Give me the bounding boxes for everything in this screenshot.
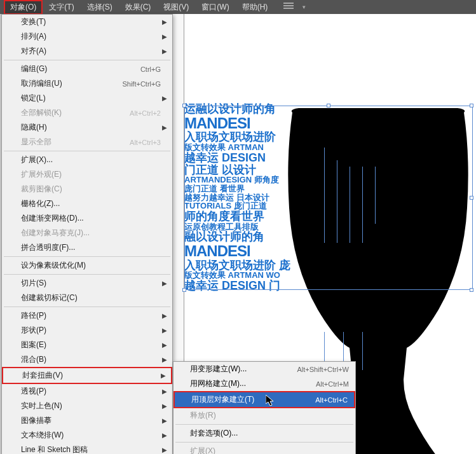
menu-window[interactable]: 窗口(W) <box>195 0 235 15</box>
menu-item[interactable]: Line 和 Sketch 图稿▶ <box>2 443 172 454</box>
submenu-arrow-icon: ▶ <box>162 432 167 439</box>
menu-view[interactable]: 视图(V) <box>157 0 195 15</box>
envelope-submenu: 用变形建立(W)...Alt+Shift+Ctrl+W用网格建立(M)...Al… <box>173 361 356 454</box>
menu-item[interactable]: 实时上色(N)▶ <box>2 399 172 413</box>
handle[interactable] <box>327 104 330 107</box>
menu-item[interactable]: 拼合透明度(F)... <box>2 240 172 255</box>
align-icon[interactable] <box>283 3 294 11</box>
menu-item[interactable]: 切片(S)▶ <box>2 276 172 291</box>
menu-item[interactable]: 路径(P)▶ <box>2 308 172 323</box>
submenu-arrow-icon: ▶ <box>162 356 167 363</box>
submenu-item[interactable]: 用网格建立(M)...Alt+Ctrl+M <box>173 376 355 391</box>
handle[interactable] <box>470 104 473 107</box>
submenu-arrow-icon: ▶ <box>162 48 167 55</box>
menu-item[interactable]: 形状(P)▶ <box>2 323 172 338</box>
chevron-down-icon[interactable]: ▼ <box>301 4 306 10</box>
submenu-item: 扩展(X) <box>173 444 355 454</box>
submenu-item[interactable]: 封套选项(O)... <box>173 426 355 441</box>
menu-select[interactable]: 选择(S) <box>81 0 119 15</box>
menubar: 对象(O) 文字(T) 选择(S) 效果(C) 视图(V) 窗口(W) 帮助(H… <box>0 0 476 14</box>
submenu-arrow-icon: ▶ <box>161 372 166 379</box>
menu-item[interactable]: 设为像素级优化(M) <box>2 258 172 273</box>
menu-item: 全部解锁(K)Alt+Ctrl+2 <box>2 106 172 120</box>
menu-object[interactable]: 对象(O) <box>4 0 43 15</box>
submenu-arrow-icon: ▶ <box>162 280 167 287</box>
submenu-arrow-icon: ▶ <box>162 18 167 25</box>
menu-item[interactable]: 图案(E)▶ <box>2 338 172 352</box>
menu-item[interactable]: 编组(G)Ctrl+G <box>2 62 172 76</box>
menu-item[interactable]: 栅格化(Z)... <box>2 196 172 211</box>
submenu-item: 释放(R) <box>173 408 355 423</box>
submenu-arrow-icon: ▶ <box>162 95 167 102</box>
menu-item[interactable]: 文本绕排(W)▶ <box>2 428 172 443</box>
handle[interactable] <box>182 288 186 292</box>
object-menu-dropdown: 变换(T)▶排列(A)▶对齐(A)▶编组(G)Ctrl+G取消编组(U)Shif… <box>1 14 173 454</box>
menu-item[interactable]: 隐藏(H)▶ <box>2 120 172 135</box>
menu-item[interactable]: 混合(B)▶ <box>2 352 172 367</box>
handle[interactable] <box>470 196 473 200</box>
menu-item[interactable]: 变换(T)▶ <box>2 15 172 29</box>
menu-item: 创建对象马赛克(J)... <box>2 226 172 240</box>
menu-item[interactable]: 创建渐变网格(D)... <box>2 211 172 226</box>
selection-box <box>184 106 473 290</box>
submenu-arrow-icon: ▶ <box>162 417 167 424</box>
submenu-arrow-icon: ▶ <box>162 33 167 40</box>
menu-item[interactable]: 透视(P)▶ <box>2 384 172 399</box>
submenu-item[interactable]: 用顶层对象建立(T)Alt+Ctrl+C <box>173 391 355 408</box>
menu-item[interactable]: 排列(A)▶ <box>2 29 172 44</box>
menu-item: 裁剪图像(C) <box>2 182 172 196</box>
menu-item[interactable]: 封套扭曲(V)▶ <box>2 367 172 384</box>
submenu-arrow-icon: ▶ <box>162 327 167 334</box>
menu-item[interactable]: 扩展(X)... <box>2 153 172 167</box>
menu-effect[interactable]: 效果(C) <box>119 0 158 15</box>
menu-item[interactable]: 取消编组(U)Shift+Ctrl+G <box>2 76 172 91</box>
menubar-icons: ▼ <box>283 3 306 11</box>
menu-item[interactable]: 对齐(A)▶ <box>2 44 172 58</box>
menu-item: 扩展外观(E) <box>2 167 172 182</box>
submenu-arrow-icon: ▶ <box>162 446 167 453</box>
submenu-arrow-icon: ▶ <box>162 124 167 131</box>
submenu-arrow-icon: ▶ <box>162 388 167 395</box>
menu-item[interactable]: 创建裁切标记(C) <box>2 291 172 305</box>
menu-item: 显示全部Alt+Ctrl+3 <box>2 135 172 149</box>
menu-item[interactable]: 锁定(L)▶ <box>2 91 172 106</box>
menu-help[interactable]: 帮助(H) <box>236 0 275 15</box>
menu-type[interactable]: 文字(T) <box>43 0 80 15</box>
handle[interactable] <box>182 104 186 107</box>
submenu-item[interactable]: 用变形建立(W)...Alt+Shift+Ctrl+W <box>173 362 355 376</box>
submenu-arrow-icon: ▶ <box>162 312 167 319</box>
menu-item[interactable]: 图像描摹▶ <box>2 413 172 428</box>
submenu-arrow-icon: ▶ <box>162 341 167 348</box>
handle[interactable] <box>470 288 473 292</box>
submenu-arrow-icon: ▶ <box>162 402 167 409</box>
